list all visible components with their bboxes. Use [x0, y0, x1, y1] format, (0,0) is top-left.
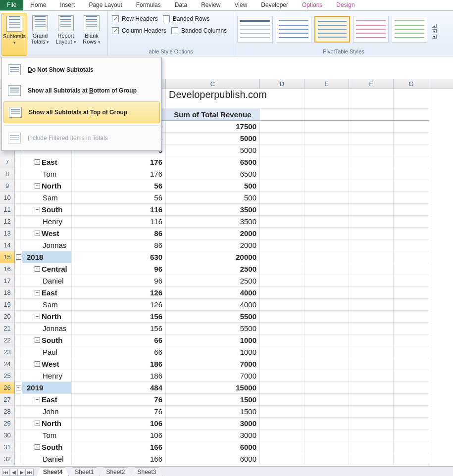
- cell[interactable]: 176: [72, 168, 166, 180]
- row-header[interactable]: 9: [0, 180, 15, 192]
- cell[interactable]: [304, 323, 349, 334]
- cell[interactable]: Daniel: [22, 453, 72, 465]
- cell[interactable]: 7000: [166, 370, 260, 382]
- cell[interactable]: 186: [72, 358, 166, 370]
- cell[interactable]: [304, 406, 349, 418]
- cell[interactable]: 2500: [166, 263, 260, 275]
- collapse-icon[interactable]: −: [35, 361, 40, 367]
- cell[interactable]: [304, 133, 349, 144]
- cell[interactable]: 186: [72, 370, 166, 382]
- cell[interactable]: 2019: [22, 382, 72, 394]
- cell[interactable]: 156: [72, 323, 166, 334]
- cell[interactable]: [349, 156, 394, 168]
- sheet-nav-prev[interactable]: ◀: [10, 469, 18, 476]
- cell[interactable]: [260, 275, 304, 287]
- cell[interactable]: [394, 251, 429, 263]
- cell[interactable]: [260, 406, 304, 418]
- cell[interactable]: [349, 216, 394, 228]
- cell[interactable]: 56: [72, 180, 166, 192]
- cell[interactable]: [304, 299, 349, 311]
- cell[interactable]: [260, 441, 304, 453]
- cell[interactable]: [394, 109, 429, 121]
- cell[interactable]: −North: [22, 311, 72, 323]
- sheet-tab[interactable]: Sheet1: [68, 467, 100, 476]
- report-layout-button[interactable]: ReportLayout ▾: [53, 13, 79, 56]
- cell[interactable]: [394, 334, 429, 346]
- cell[interactable]: [349, 133, 394, 144]
- row-header[interactable]: 29: [0, 418, 15, 429]
- cell[interactable]: Henry: [22, 370, 72, 382]
- cell[interactable]: [349, 311, 394, 323]
- cell[interactable]: [260, 156, 304, 168]
- cell[interactable]: [260, 287, 304, 299]
- cell[interactable]: 2000: [166, 228, 260, 239]
- row-header[interactable]: 14: [0, 239, 15, 251]
- cell[interactable]: [349, 453, 394, 465]
- cell[interactable]: [394, 323, 429, 334]
- cell[interactable]: [349, 429, 394, 441]
- cell[interactable]: 630: [72, 251, 166, 263]
- cell[interactable]: 6000: [166, 441, 260, 453]
- cell[interactable]: 66: [72, 334, 166, 346]
- cell[interactable]: [349, 323, 394, 334]
- cell[interactable]: 1500: [166, 406, 260, 418]
- row-header[interactable]: 32: [0, 453, 15, 465]
- tab-view[interactable]: View: [228, 0, 254, 10]
- cell[interactable]: [304, 89, 349, 109]
- cell[interactable]: Daniel: [22, 275, 72, 287]
- row-header[interactable]: 12: [0, 216, 15, 228]
- cell[interactable]: 484: [72, 382, 166, 394]
- style-thumb[interactable]: [392, 16, 427, 43]
- cell[interactable]: 1000: [166, 334, 260, 346]
- cell[interactable]: 500: [166, 180, 260, 192]
- cell[interactable]: [349, 192, 394, 204]
- cell[interactable]: [394, 358, 429, 370]
- tab-developer[interactable]: Developer: [254, 0, 295, 10]
- row-header[interactable]: 7: [0, 156, 15, 168]
- cell[interactable]: [349, 204, 394, 216]
- cell[interactable]: [394, 382, 429, 394]
- cell[interactable]: [349, 263, 394, 275]
- cell[interactable]: 6500: [166, 168, 260, 180]
- outline-toggle[interactable]: −: [15, 251, 22, 263]
- cell[interactable]: [304, 263, 349, 275]
- collapse-icon[interactable]: −: [35, 183, 40, 189]
- row-header[interactable]: 11: [0, 204, 15, 216]
- cell[interactable]: −West: [22, 228, 72, 239]
- cell[interactable]: [260, 180, 304, 192]
- cell[interactable]: [260, 144, 304, 156]
- cell[interactable]: 56: [72, 192, 166, 204]
- row-header[interactable]: 24: [0, 358, 15, 370]
- row-header[interactable]: 25: [0, 370, 15, 382]
- cell[interactable]: [304, 382, 349, 394]
- cell[interactable]: 166: [72, 453, 166, 465]
- cell[interactable]: [349, 180, 394, 192]
- cell[interactable]: [260, 239, 304, 251]
- cell[interactable]: Paul: [22, 346, 72, 358]
- row-header[interactable]: 17: [0, 275, 15, 287]
- cell[interactable]: [304, 192, 349, 204]
- cell[interactable]: −East: [22, 394, 72, 406]
- cell[interactable]: [349, 418, 394, 429]
- cell[interactable]: Tom: [22, 168, 72, 180]
- row-header[interactable]: 28: [0, 406, 15, 418]
- collapse-icon[interactable]: −: [35, 266, 40, 272]
- cell[interactable]: [394, 168, 429, 180]
- row-header[interactable]: 30: [0, 429, 15, 441]
- cell[interactable]: [394, 429, 429, 441]
- cell[interactable]: 1500: [166, 394, 260, 406]
- cell[interactable]: −South: [22, 441, 72, 453]
- cell[interactable]: 176: [72, 156, 166, 168]
- cell[interactable]: 20000: [166, 251, 260, 263]
- cell[interactable]: [304, 394, 349, 406]
- cell[interactable]: [304, 204, 349, 216]
- collapse-icon[interactable]: −: [35, 159, 40, 165]
- cell[interactable]: [349, 346, 394, 358]
- cell[interactable]: [394, 133, 429, 144]
- cell[interactable]: [260, 204, 304, 216]
- cell[interactable]: 96: [72, 263, 166, 275]
- cell[interactable]: [304, 358, 349, 370]
- cell[interactable]: [304, 441, 349, 453]
- cell[interactable]: 126: [72, 287, 166, 299]
- cell[interactable]: [260, 418, 304, 429]
